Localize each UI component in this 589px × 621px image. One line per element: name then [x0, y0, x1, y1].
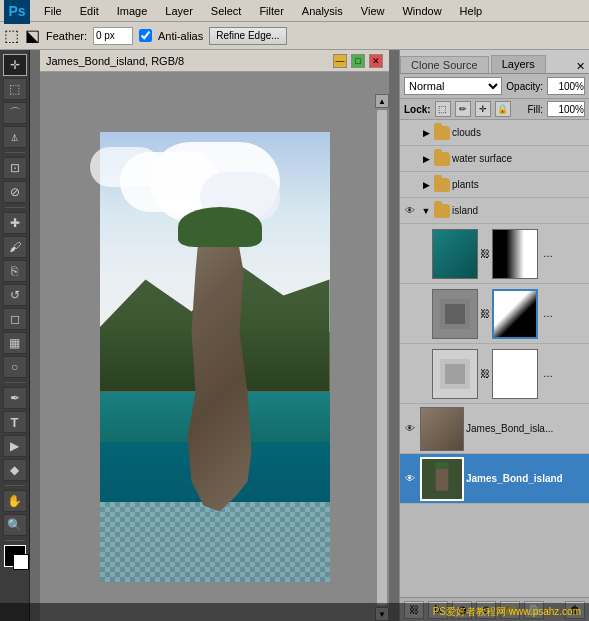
expand-water-surface[interactable]: ▶ — [420, 151, 432, 167]
layer-row-clouds[interactable]: ▶ clouds — [400, 120, 589, 146]
pen-tool[interactable]: ✒ — [3, 387, 27, 409]
layer-row-james-bond-isla[interactable]: 👁 James_Bond_isla... — [400, 404, 589, 454]
dodge-tool[interactable]: ○ — [3, 356, 27, 378]
eye-island-sub2[interactable] — [414, 306, 430, 322]
layer-row-james-bond-island-selected[interactable]: 👁 James_Bond_island — [400, 454, 589, 504]
checkerboard — [100, 502, 330, 582]
eye-island-sub1[interactable] — [414, 246, 430, 262]
minimize-button[interactable]: — — [333, 54, 347, 68]
close-button[interactable]: ✕ — [369, 54, 383, 68]
rock-top-layer — [178, 207, 262, 247]
layer-row-island-sub1[interactable]: ⛓ … — [400, 224, 589, 284]
chain-icon-sub3: ⛓ — [480, 366, 490, 382]
lock-all-button[interactable]: 🔒 — [495, 101, 511, 117]
menu-edit[interactable]: Edit — [76, 5, 103, 17]
eye-island-sub3[interactable] — [414, 366, 430, 382]
layer-row-island-sub2[interactable]: ⛓ … — [400, 284, 589, 344]
canvas-content[interactable]: ▲ ▼ — [40, 72, 389, 621]
more-sub3[interactable]: … — [540, 366, 556, 382]
layer-row-water-surface[interactable]: ▶ water surface — [400, 146, 589, 172]
refine-edge-button[interactable]: Refine Edge... — [209, 27, 286, 45]
menu-window[interactable]: Window — [398, 5, 445, 17]
shape-tool[interactable]: ◆ — [3, 459, 27, 481]
layer-thumb-james-bond-island — [420, 457, 464, 501]
maximize-button[interactable]: □ — [351, 54, 365, 68]
tool-icon[interactable]: ⬚ — [4, 26, 19, 45]
menu-filter[interactable]: Filter — [255, 5, 287, 17]
layer-name-james-bond-island: James_Bond_island — [466, 473, 587, 484]
layer-row-plants[interactable]: ▶ plants — [400, 172, 589, 198]
eye-james-bond-isla[interactable]: 👁 — [402, 421, 418, 437]
zoom-tool[interactable]: 🔍 — [3, 514, 27, 536]
marquee-icon[interactable]: ⬕ — [25, 26, 40, 45]
fill-input[interactable] — [547, 101, 585, 117]
left-toolbar: ✛ ⬚ ⌒ ⍋ ⊡ ⊘ ✚ 🖌 ⎘ ↺ ◻ ▦ ○ ✒ T ▶ ◆ ✋ 🔍 — [0, 50, 30, 621]
svg-rect-6 — [435, 461, 450, 468]
canvas-scrollbar-vertical[interactable]: ▲ ▼ — [375, 94, 389, 621]
lock-transparent-button[interactable]: ⬚ — [435, 101, 451, 117]
move-tool[interactable]: ✛ — [3, 54, 27, 76]
feather-input[interactable] — [93, 27, 133, 45]
expand-clouds[interactable]: ▶ — [420, 125, 432, 141]
tab-layers[interactable]: Layers — [491, 55, 546, 73]
eyedropper-tool[interactable]: ⊘ — [3, 181, 27, 203]
blend-mode-select[interactable]: NormalDissolveDarkenMultiplyColor BurnLi… — [404, 77, 502, 95]
eye-james-bond-island[interactable]: 👁 — [402, 471, 418, 487]
menu-select[interactable]: Select — [207, 5, 246, 17]
foreground-color[interactable] — [4, 545, 26, 567]
eye-water-surface[interactable] — [402, 151, 418, 167]
main-area: ✛ ⬚ ⌒ ⍋ ⊡ ⊘ ✚ 🖌 ⎘ ↺ ◻ ▦ ○ ✒ T ▶ ◆ ✋ 🔍 Ja… — [0, 50, 589, 621]
watermark-text: PS爱好者教程网 www.psahz.com — [433, 605, 581, 619]
layer-thumb-james-bond-isla — [420, 407, 464, 451]
anti-alias-checkbox[interactable] — [139, 29, 152, 42]
canvas-image — [100, 132, 330, 582]
canvas-title: James_Bond_island, RGB/8 — [46, 55, 329, 67]
layer-row-island[interactable]: 👁 ▼ island — [400, 198, 589, 224]
marquee-tool[interactable]: ⬚ — [3, 78, 27, 100]
layer-mask-island-sub2 — [492, 289, 538, 339]
menu-analysis[interactable]: Analysis — [298, 5, 347, 17]
svg-rect-1 — [445, 304, 465, 324]
tab-clone-source[interactable]: Clone Source — [400, 56, 489, 73]
menu-layer[interactable]: Layer — [161, 5, 197, 17]
eye-plants[interactable] — [402, 177, 418, 193]
more-sub2[interactable]: … — [540, 306, 556, 322]
heal-tool[interactable]: ✚ — [3, 212, 27, 234]
crop-tool[interactable]: ⊡ — [3, 157, 27, 179]
layer-row-island-sub3[interactable]: ⛓ … — [400, 344, 589, 404]
gradient-tool[interactable]: ▦ — [3, 332, 27, 354]
lock-fill-row: Lock: ⬚ ✏ ✛ 🔒 Fill: — [400, 99, 589, 120]
path-select-tool[interactable]: ▶ — [3, 435, 27, 457]
layer-name-plants: plants — [452, 179, 587, 190]
lock-position-button[interactable]: ✛ — [475, 101, 491, 117]
anti-alias-label: Anti-alias — [158, 30, 203, 42]
layer-mask-island-sub1 — [492, 229, 538, 279]
magic-wand-tool[interactable]: ⍋ — [3, 126, 27, 148]
menu-file[interactable]: File — [40, 5, 66, 17]
tool-separator-5 — [5, 540, 25, 541]
ps-logo: Ps — [4, 0, 30, 24]
expand-plants[interactable]: ▶ — [420, 177, 432, 193]
expand-island[interactable]: ▼ — [420, 203, 432, 219]
options-bar: ⬚ ⬕ Feather: Anti-alias Refine Edge... — [0, 22, 589, 50]
eraser-tool[interactable]: ◻ — [3, 308, 27, 330]
eye-clouds[interactable] — [402, 125, 418, 141]
brush-tool[interactable]: 🖌 — [3, 236, 27, 258]
layers-list: ▶ clouds ▶ water surface ▶ — [400, 120, 589, 597]
lasso-tool[interactable]: ⌒ — [3, 102, 27, 124]
clone-tool[interactable]: ⎘ — [3, 260, 27, 282]
menu-help[interactable]: Help — [456, 5, 487, 17]
text-tool[interactable]: T — [3, 411, 27, 433]
watermark-bar: PS爱好者教程网 www.psahz.com — [0, 603, 589, 621]
lock-pixels-button[interactable]: ✏ — [455, 101, 471, 117]
panel-close-icon[interactable]: ✕ — [576, 60, 585, 73]
scroll-up-arrow[interactable]: ▲ — [375, 94, 389, 108]
eye-island[interactable]: 👁 — [402, 203, 418, 219]
hand-tool[interactable]: ✋ — [3, 490, 27, 512]
opacity-input[interactable] — [547, 77, 585, 95]
menu-image[interactable]: Image — [113, 5, 152, 17]
history-tool[interactable]: ↺ — [3, 284, 27, 306]
more-sub1[interactable]: … — [540, 246, 556, 262]
menu-view[interactable]: View — [357, 5, 389, 17]
scroll-thumb[interactable] — [377, 110, 387, 605]
